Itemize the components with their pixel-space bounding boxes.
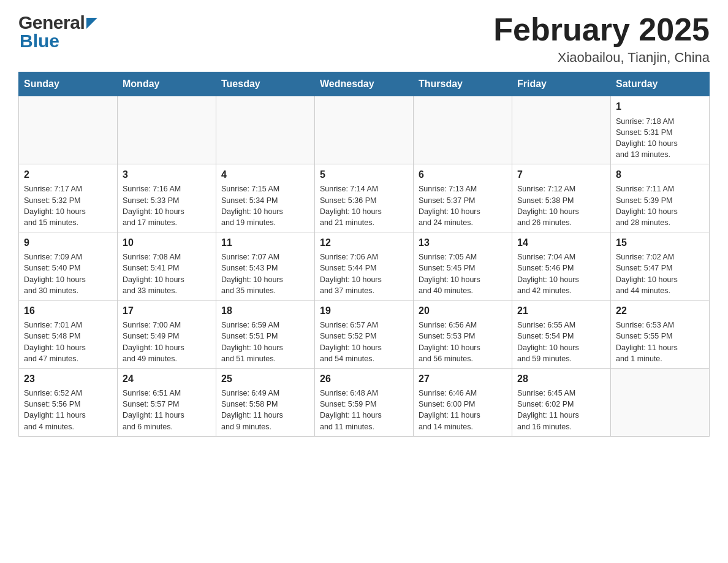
day-info: Sunrise: 7:09 AM Sunset: 5:40 PM Dayligh…	[24, 251, 112, 296]
weekday-header-tuesday: Tuesday	[216, 72, 315, 96]
day-info: Sunrise: 7:00 AM Sunset: 5:49 PM Dayligh…	[123, 320, 211, 364]
svg-marker-0	[86, 18, 97, 29]
page-header: General Blue February 2025 Xiaobailou, T…	[18, 12, 710, 66]
calendar-day-cell: 14Sunrise: 7:04 AM Sunset: 5:46 PM Dayli…	[512, 232, 611, 300]
calendar-day-cell: 1Sunrise: 7:18 AM Sunset: 5:31 PM Daylig…	[611, 96, 710, 164]
weekday-header-wednesday: Wednesday	[315, 72, 414, 96]
day-info: Sunrise: 6:52 AM Sunset: 5:56 PM Dayligh…	[24, 388, 112, 432]
day-info: Sunrise: 6:46 AM Sunset: 6:00 PM Dayligh…	[419, 388, 507, 432]
day-info: Sunrise: 7:14 AM Sunset: 5:36 PM Dayligh…	[320, 183, 408, 228]
day-info: Sunrise: 6:51 AM Sunset: 5:57 PM Dayligh…	[123, 388, 211, 432]
calendar-day-cell	[19, 96, 118, 164]
day-info: Sunrise: 6:56 AM Sunset: 5:53 PM Dayligh…	[419, 320, 507, 364]
day-number: 28	[517, 372, 605, 386]
day-number: 15	[616, 236, 704, 250]
day-number: 20	[419, 304, 507, 318]
calendar-day-cell: 25Sunrise: 6:49 AM Sunset: 5:58 PM Dayli…	[216, 368, 315, 436]
calendar-week-row: 1Sunrise: 7:18 AM Sunset: 5:31 PM Daylig…	[19, 96, 710, 164]
day-info: Sunrise: 7:16 AM Sunset: 5:33 PM Dayligh…	[123, 183, 211, 228]
calendar-day-cell: 3Sunrise: 7:16 AM Sunset: 5:33 PM Daylig…	[118, 164, 216, 232]
day-info: Sunrise: 6:45 AM Sunset: 6:02 PM Dayligh…	[517, 388, 605, 432]
day-info: Sunrise: 7:13 AM Sunset: 5:37 PM Dayligh…	[419, 183, 507, 228]
day-info: Sunrise: 7:02 AM Sunset: 5:47 PM Dayligh…	[616, 251, 704, 296]
calendar-day-cell: 21Sunrise: 6:55 AM Sunset: 5:54 PM Dayli…	[512, 300, 611, 368]
calendar-day-cell: 26Sunrise: 6:48 AM Sunset: 5:59 PM Dayli…	[315, 368, 414, 436]
day-number: 10	[123, 236, 211, 250]
day-number: 24	[123, 372, 211, 386]
calendar-day-cell: 17Sunrise: 7:00 AM Sunset: 5:49 PM Dayli…	[118, 300, 216, 368]
logo-general-text: General	[18, 12, 85, 33]
day-number: 17	[123, 304, 211, 318]
day-info: Sunrise: 7:05 AM Sunset: 5:45 PM Dayligh…	[419, 251, 507, 296]
calendar-day-cell: 10Sunrise: 7:08 AM Sunset: 5:41 PM Dayli…	[118, 232, 216, 300]
day-number: 22	[616, 304, 704, 318]
day-number: 21	[517, 304, 605, 318]
day-number: 1	[616, 100, 704, 113]
day-info: Sunrise: 6:57 AM Sunset: 5:52 PM Dayligh…	[320, 320, 408, 364]
calendar-day-cell: 15Sunrise: 7:02 AM Sunset: 5:47 PM Dayli…	[611, 232, 710, 300]
calendar-day-cell: 4Sunrise: 7:15 AM Sunset: 5:34 PM Daylig…	[216, 164, 315, 232]
calendar-day-cell: 5Sunrise: 7:14 AM Sunset: 5:36 PM Daylig…	[315, 164, 414, 232]
day-number: 13	[419, 236, 507, 250]
calendar-day-cell	[512, 96, 611, 164]
day-info: Sunrise: 7:01 AM Sunset: 5:48 PM Dayligh…	[24, 320, 112, 364]
day-info: Sunrise: 6:55 AM Sunset: 5:54 PM Dayligh…	[517, 320, 605, 364]
day-number: 3	[123, 168, 211, 182]
day-number: 26	[320, 372, 408, 386]
calendar-subtitle: Xiaobailou, Tianjin, China	[493, 50, 710, 66]
day-number: 16	[24, 304, 112, 318]
calendar-day-cell: 20Sunrise: 6:56 AM Sunset: 5:53 PM Dayli…	[414, 300, 512, 368]
calendar-day-cell: 24Sunrise: 6:51 AM Sunset: 5:57 PM Dayli…	[118, 368, 216, 436]
day-info: Sunrise: 6:48 AM Sunset: 5:59 PM Dayligh…	[320, 388, 408, 432]
day-number: 18	[221, 304, 309, 318]
calendar-day-cell	[118, 96, 216, 164]
calendar-day-cell: 28Sunrise: 6:45 AM Sunset: 6:02 PM Dayli…	[512, 368, 611, 436]
day-number: 4	[221, 168, 309, 182]
day-info: Sunrise: 7:18 AM Sunset: 5:31 PM Dayligh…	[616, 116, 704, 161]
day-info: Sunrise: 7:08 AM Sunset: 5:41 PM Dayligh…	[123, 251, 211, 296]
day-info: Sunrise: 7:15 AM Sunset: 5:34 PM Dayligh…	[221, 183, 309, 228]
weekday-header-row: SundayMondayTuesdayWednesdayThursdayFrid…	[19, 72, 710, 96]
calendar-day-cell: 19Sunrise: 6:57 AM Sunset: 5:52 PM Dayli…	[315, 300, 414, 368]
day-number: 12	[320, 236, 408, 250]
weekday-header-monday: Monday	[118, 72, 216, 96]
day-info: Sunrise: 7:17 AM Sunset: 5:32 PM Dayligh…	[24, 183, 112, 228]
calendar-day-cell: 7Sunrise: 7:12 AM Sunset: 5:38 PM Daylig…	[512, 164, 611, 232]
day-info: Sunrise: 7:04 AM Sunset: 5:46 PM Dayligh…	[517, 251, 605, 296]
weekday-header-thursday: Thursday	[414, 72, 512, 96]
day-info: Sunrise: 7:06 AM Sunset: 5:44 PM Dayligh…	[320, 251, 408, 296]
calendar-day-cell: 8Sunrise: 7:11 AM Sunset: 5:39 PM Daylig…	[611, 164, 710, 232]
calendar-day-cell: 6Sunrise: 7:13 AM Sunset: 5:37 PM Daylig…	[414, 164, 512, 232]
calendar-week-row: 2Sunrise: 7:17 AM Sunset: 5:32 PM Daylig…	[19, 164, 710, 232]
day-number: 8	[616, 168, 704, 182]
logo: General Blue	[18, 12, 97, 52]
weekday-header-sunday: Sunday	[19, 72, 118, 96]
logo-triangle-icon	[86, 18, 97, 29]
day-number: 2	[24, 168, 112, 182]
calendar-day-cell: 27Sunrise: 6:46 AM Sunset: 6:00 PM Dayli…	[414, 368, 512, 436]
day-info: Sunrise: 6:49 AM Sunset: 5:58 PM Dayligh…	[221, 388, 309, 432]
day-number: 5	[320, 168, 408, 182]
day-number: 6	[419, 168, 507, 182]
logo-blue-text: Blue	[18, 31, 97, 52]
calendar-table: SundayMondayTuesdayWednesdayThursdayFrid…	[18, 72, 710, 436]
calendar-day-cell: 9Sunrise: 7:09 AM Sunset: 5:40 PM Daylig…	[19, 232, 118, 300]
title-section: February 2025 Xiaobailou, Tianjin, China	[493, 12, 710, 66]
day-number: 7	[517, 168, 605, 182]
calendar-week-row: 16Sunrise: 7:01 AM Sunset: 5:48 PM Dayli…	[19, 300, 710, 368]
calendar-day-cell	[611, 368, 710, 436]
day-number: 11	[221, 236, 309, 250]
calendar-day-cell: 13Sunrise: 7:05 AM Sunset: 5:45 PM Dayli…	[414, 232, 512, 300]
calendar-day-cell: 22Sunrise: 6:53 AM Sunset: 5:55 PM Dayli…	[611, 300, 710, 368]
calendar-week-row: 9Sunrise: 7:09 AM Sunset: 5:40 PM Daylig…	[19, 232, 710, 300]
calendar-day-cell: 18Sunrise: 6:59 AM Sunset: 5:51 PM Dayli…	[216, 300, 315, 368]
day-number: 19	[320, 304, 408, 318]
calendar-day-cell	[315, 96, 414, 164]
weekday-header-friday: Friday	[512, 72, 611, 96]
calendar-day-cell: 11Sunrise: 7:07 AM Sunset: 5:43 PM Dayli…	[216, 232, 315, 300]
calendar-day-cell: 12Sunrise: 7:06 AM Sunset: 5:44 PM Dayli…	[315, 232, 414, 300]
calendar-day-cell	[216, 96, 315, 164]
day-info: Sunrise: 6:53 AM Sunset: 5:55 PM Dayligh…	[616, 320, 704, 364]
calendar-week-row: 23Sunrise: 6:52 AM Sunset: 5:56 PM Dayli…	[19, 368, 710, 436]
day-number: 14	[517, 236, 605, 250]
